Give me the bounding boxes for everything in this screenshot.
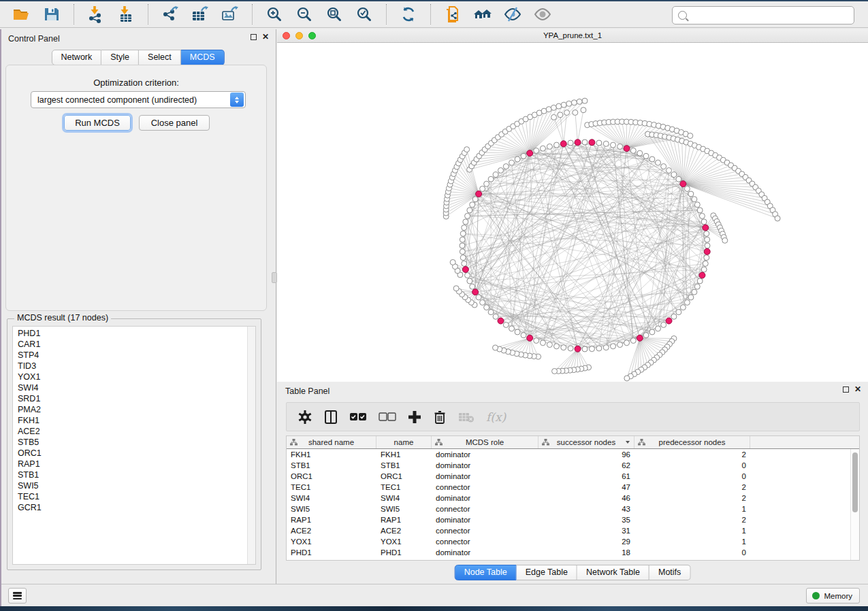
export-table-icon[interactable] bbox=[189, 3, 212, 25]
table-row[interactable]: TEC1TEC1connector472 bbox=[287, 482, 850, 493]
tab-edge-table[interactable]: Edge Table bbox=[517, 565, 577, 580]
tab-select[interactable]: Select bbox=[139, 50, 181, 65]
tab-style[interactable]: Style bbox=[101, 50, 139, 65]
export-network-icon[interactable] bbox=[159, 3, 182, 25]
column-header[interactable]: successor nodes bbox=[539, 436, 634, 448]
optimization-criterion-select[interactable]: largest connected component (undirected) bbox=[31, 91, 246, 108]
refresh-icon[interactable] bbox=[397, 3, 420, 25]
mcds-result-item[interactable]: TID3 bbox=[13, 361, 255, 371]
mcds-result-item[interactable]: STB1 bbox=[13, 469, 255, 480]
zoom-fit-icon[interactable] bbox=[323, 3, 346, 25]
column-header[interactable]: predecessor nodes bbox=[634, 436, 750, 448]
table-cell: 31 bbox=[539, 525, 634, 536]
mcds-result-item[interactable]: STP4 bbox=[13, 350, 255, 361]
table-row[interactable]: SWI5SWI5connector431 bbox=[287, 503, 850, 514]
zoom-selected-icon[interactable] bbox=[353, 3, 376, 25]
mcds-result-item[interactable]: SWI5 bbox=[13, 480, 255, 491]
table-cell: 62 bbox=[539, 460, 634, 471]
table-cell: YOX1 bbox=[287, 536, 376, 547]
search-input[interactable] bbox=[691, 9, 854, 22]
control-panel: Control Panel ✕ Network Style Select MCD… bbox=[0, 29, 276, 584]
table-row[interactable]: STB1STB1dominator620 bbox=[287, 460, 850, 471]
mcds-result-item[interactable]: CAR1 bbox=[13, 339, 255, 350]
mcds-result-item[interactable]: GCR1 bbox=[13, 502, 255, 513]
table-cell: TEC1 bbox=[376, 482, 432, 493]
column-header[interactable]: shared name bbox=[287, 436, 376, 448]
table-scrollbar[interactable] bbox=[850, 449, 859, 560]
float-table-panel-icon[interactable] bbox=[843, 386, 849, 393]
search-box[interactable] bbox=[672, 6, 854, 24]
mcds-result-item[interactable]: FKH1 bbox=[13, 415, 255, 426]
memory-status-icon bbox=[812, 592, 820, 599]
tab-motifs[interactable]: Motifs bbox=[649, 565, 690, 580]
table-cell: STB1 bbox=[287, 460, 376, 471]
select-stepper-icon bbox=[230, 93, 244, 107]
columns-icon[interactable] bbox=[324, 408, 338, 426]
table-cell: TEC1 bbox=[287, 482, 376, 493]
float-panel-icon[interactable] bbox=[251, 34, 257, 40]
tab-mcds[interactable]: MCDS bbox=[181, 50, 225, 65]
table-scrollbar-thumb[interactable] bbox=[852, 452, 858, 512]
network-window-titlebar[interactable]: YPA_prune.txt_1 bbox=[277, 29, 868, 43]
houses-icon[interactable] bbox=[471, 3, 494, 25]
hide-edges-icon[interactable] bbox=[501, 3, 524, 25]
gear-icon[interactable] bbox=[298, 408, 312, 426]
table-row[interactable]: FKH1FKH1dominator962 bbox=[287, 449, 850, 460]
mcds-result-item[interactable]: PHD1 bbox=[13, 328, 255, 339]
tab-network[interactable]: Network bbox=[51, 50, 101, 65]
table-row[interactable]: PHD1PHD1dominator180 bbox=[287, 547, 850, 558]
run-mcds-button[interactable]: Run MCDS bbox=[64, 115, 131, 131]
table-row[interactable]: YOX1YOX1connector291 bbox=[287, 536, 850, 547]
toolbar-separator bbox=[74, 4, 74, 24]
mcds-result-item[interactable]: STB5 bbox=[13, 437, 255, 448]
table-cell: 2 bbox=[634, 493, 750, 503]
select-all-icon[interactable] bbox=[349, 408, 367, 426]
mcds-result-item[interactable]: ACE2 bbox=[13, 426, 255, 437]
new-network-from-selection-icon[interactable] bbox=[441, 3, 464, 25]
panel-splitter-handle[interactable] bbox=[272, 272, 277, 283]
column-header[interactable]: name bbox=[376, 436, 432, 448]
table-row[interactable]: ORC1ORC1dominator610 bbox=[287, 471, 850, 482]
table-cell: ACE2 bbox=[376, 525, 432, 536]
mcds-result-item[interactable]: SRD1 bbox=[13, 393, 255, 404]
close-panel-icon[interactable]: ✕ bbox=[262, 34, 269, 40]
mcds-result-list[interactable]: PHD1CAR1STP4TID3YOX1SWI4SRD1PMA2FKH1ACE2… bbox=[12, 326, 256, 565]
graphics-details-icon[interactable] bbox=[531, 3, 554, 25]
mcds-result-item[interactable]: SWI4 bbox=[13, 382, 255, 393]
menu-list-button[interactable] bbox=[8, 588, 27, 604]
table-cell: dominator bbox=[432, 514, 539, 525]
open-folder-icon[interactable] bbox=[10, 3, 33, 25]
table-cell: ORC1 bbox=[287, 471, 376, 482]
delete-icon[interactable] bbox=[433, 408, 447, 426]
tab-node-table[interactable]: Node Table bbox=[455, 565, 517, 580]
control-panel-title: Control Panel bbox=[8, 34, 60, 44]
table-cell: 43 bbox=[539, 503, 634, 514]
zoom-in-icon[interactable] bbox=[263, 3, 286, 25]
table-row[interactable]: RAP1RAP1dominator352 bbox=[287, 514, 850, 525]
function-builder-icon: f(x) bbox=[486, 408, 506, 426]
export-image-icon[interactable] bbox=[219, 3, 242, 25]
mcds-result-item[interactable]: PMA2 bbox=[13, 404, 255, 415]
table-cell: SWI5 bbox=[287, 503, 376, 514]
import-table-icon[interactable] bbox=[114, 3, 138, 25]
close-panel-button[interactable]: Close panel bbox=[139, 115, 210, 131]
network-canvas[interactable] bbox=[277, 43, 868, 382]
table-row[interactable]: ACE2ACE2connector311 bbox=[287, 525, 850, 536]
tab-network-table[interactable]: Network Table bbox=[577, 565, 649, 580]
mcds-list-scrollbar[interactable] bbox=[247, 327, 255, 564]
column-header[interactable]: MCDS role bbox=[432, 436, 539, 448]
mcds-result-item[interactable]: ORC1 bbox=[13, 448, 255, 459]
table-cell: ACE2 bbox=[287, 525, 376, 536]
mcds-result-item[interactable]: YOX1 bbox=[13, 371, 255, 382]
add-column-icon[interactable] bbox=[408, 408, 421, 426]
deselect-all-icon[interactable] bbox=[379, 408, 396, 426]
save-icon[interactable] bbox=[40, 3, 63, 25]
table-row[interactable]: SWI4SWI4dominator462 bbox=[287, 493, 850, 503]
table-cell: FKH1 bbox=[376, 449, 432, 460]
mcds-result-item[interactable]: TEC1 bbox=[13, 491, 255, 502]
close-table-panel-icon[interactable]: ✕ bbox=[854, 386, 861, 393]
import-network-icon[interactable] bbox=[84, 3, 108, 25]
zoom-out-icon[interactable] bbox=[293, 3, 316, 25]
mcds-result-item[interactable]: RAP1 bbox=[13, 459, 255, 469]
memory-button[interactable]: Memory bbox=[806, 588, 860, 604]
